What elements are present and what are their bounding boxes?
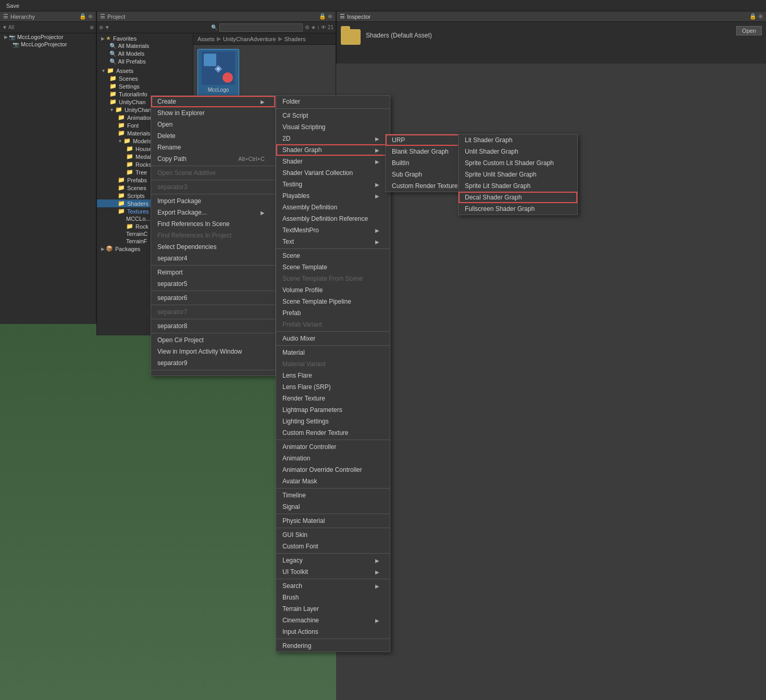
menu2-csharp[interactable]: C# Script [276,110,390,121]
menu4-sprite-unlit[interactable]: Sprite Unlit Shader Graph [459,169,577,180]
menu2-ui-toolkit[interactable]: UI Toolkit ▶ [276,566,390,578]
menu2-2d[interactable]: 2D ▶ [276,133,390,144]
menu2-brush[interactable]: Brush [276,592,390,603]
menu2-legacy[interactable]: Legacy ▶ [276,555,390,566]
menu-item-rename[interactable]: Rename [151,142,275,153]
menu-item-show-explorer[interactable]: Show in Explorer [151,107,275,119]
menu2-shader[interactable]: Shader ▶ [276,156,390,167]
menu-item-find-refs-project[interactable]: Select Dependencies [151,241,275,253]
separator-m2-8 [276,528,390,528]
hierarchy-panel: ☰ Hierarchy 🔒 ⊕ ▼ All ⊕ ▶ 📷 MccLogoProje… [0,11,96,324]
save-button[interactable]: Save [2,2,23,9]
separator-1 [151,166,275,166]
project-search-input[interactable] [219,23,303,32]
menu-item-export-package[interactable]: Find References In Scene [151,218,275,230]
menu2-render-texture[interactable]: Render Texture [276,393,390,404]
menu2-input-actions[interactable]: Input Actions [276,626,390,638]
menu2-textmeshpro[interactable]: TextMeshPro ▶ [276,224,390,236]
menu2-assembly-def-ref[interactable]: Assembly Definition Reference [276,213,390,224]
menu2-scene-template-pipeline[interactable]: Scene Template Pipeline [276,296,390,307]
menu2-lens-flare[interactable]: Lens Flare [276,370,390,381]
settings-item[interactable]: 📁Settings [97,82,193,90]
scenes-item[interactable]: 📁Scenes [97,74,193,82]
menu2-scene[interactable]: Scene [276,250,390,261]
asset-item-mccllogo[interactable]: ◈ MccLogo [197,49,239,96]
menu2-text[interactable]: Text ▶ [276,236,390,247]
menu-item-open[interactable]: Open [151,119,275,130]
breadcrumb-part-3: Shaders [285,36,306,42]
menu-item-reimport-all[interactable]: separator6 [151,292,275,304]
menu-item-reimport[interactable]: separator5 [151,278,275,290]
separator-m2-11 [276,639,390,639]
top-bar: Save [0,0,766,11]
menu2-search[interactable]: Search ▶ [276,580,390,592]
menu2-avatar-mask[interactable]: Avatar Mask [276,476,390,487]
menu-item-find-refs-scene: Find References In Project [151,230,275,241]
favorites-all-materials[interactable]: 🔍 All Materials [97,42,193,50]
menu2-gui-skin[interactable]: GUI Skin [276,529,390,541]
separator-m2-9 [276,553,390,554]
menu-item-select-deps[interactable]: separator4 [151,253,275,264]
menu2-folder[interactable]: Folder [276,96,390,107]
inspector-open-btn[interactable]: Open [736,26,762,35]
menu2-material-variant: Material Variant [276,358,390,370]
inspector-asset-name: Shaders (Default Asset) [366,32,432,39]
favorites-all-models[interactable]: 🔍 All Models [97,50,193,58]
menu2-scene-template[interactable]: Scene Template [276,261,390,273]
menu-item-view-import-activity[interactable]: separator9 [151,357,275,369]
inspector-content: Shaders (Default Asset) Open [337,22,766,49]
assets-root[interactable]: ▼ 📁 Assets [97,67,193,74]
menu2-lens-flare-srp[interactable]: Lens Flare (SRP) [276,381,390,393]
menu2-animator-override[interactable]: Animator Override Controller [276,464,390,476]
hierarchy-item-2[interactable]: 📷 MccLogoProjector [0,41,96,48]
menu2-custom-render-tex[interactable]: Custom Render Texture [276,427,390,439]
menu2-assembly-def[interactable]: Assembly Definition [276,202,390,213]
separator-4 [151,265,275,266]
menu2-testing[interactable]: Testing ▶ [276,179,390,190]
menu-item-open-csharp[interactable]: View in Import Activity Window [151,346,275,357]
menu-item-import-new-asset[interactable]: Import Package [151,195,275,207]
context-menu-urp: Lit Shader Graph Unlit Shader Graph Spri… [458,134,578,215]
menu2-timeline[interactable]: Timeline [276,490,390,501]
separator-m2-7 [276,514,390,514]
menu2-lighting-settings[interactable]: Lighting Settings [276,416,390,427]
menu2-volume-profile[interactable]: Volume Profile [276,284,390,296]
menu4-unlit[interactable]: Unlit Shader Graph [459,146,577,157]
hierarchy-item-1[interactable]: ▶ 📷 MccLogoProjector [0,33,96,41]
asset-label-mccllogo: MccLogo [208,87,229,93]
favorites-all-prefabs[interactable]: 🔍 All Prefabs [97,58,193,66]
menu2-signal[interactable]: Signal [276,501,390,512]
menu2-animator-ctrl[interactable]: Animator Controller [276,441,390,453]
menu2-visual-scripting[interactable]: Visual Scripting [276,121,390,133]
menu-item-view-package-mgr: separator3 [151,181,275,193]
menu-item-properties[interactable] [151,371,275,376]
menu-item-generate-lighting[interactable]: Open C# Project [151,334,275,346]
menu4-lit[interactable]: Lit Shader Graph [459,134,577,146]
menu2-terrain-layer[interactable]: Terrain Layer [276,603,390,615]
menu2-audio-mixer[interactable]: Audio Mixer [276,333,390,344]
menu2-cinemachine[interactable]: Cinemachine ▶ [276,615,390,626]
menu-item-import-package[interactable]: Export Package... ▶ [151,207,275,218]
menu2-animation[interactable]: Animation [276,453,390,464]
menu2-lightmap-params[interactable]: Lightmap Parameters [276,404,390,416]
menu2-shader-variant[interactable]: Shader Variant Collection [276,167,390,179]
menu4-fullscreen[interactable]: Fullscreen Shader Graph [459,203,577,215]
favorites-header[interactable]: ▶ ★ Favorites [97,34,193,42]
menu-item-update-uxml[interactable]: separator8 [151,320,275,332]
menu4-sprite-custom-lit[interactable]: Sprite Custom Lit Shader Graph [459,157,577,169]
menu2-physic-material[interactable]: Physic Material [276,515,390,527]
menu-item-copy-path[interactable]: Copy Path Alt+Ctrl+C [151,153,275,165]
menu4-sprite-lit[interactable]: Sprite Lit Shader Graph [459,180,577,192]
menu-item-delete[interactable]: Delete [151,130,275,142]
menu2-prefab[interactable]: Prefab [276,307,390,319]
menu-item-create[interactable]: Create ▶ [151,96,275,107]
menu2-rendering[interactable]: Rendering [276,640,390,652]
menu-item-refresh[interactable]: Reimport [151,267,275,278]
breadcrumb: Assets ▶ UnityChanAdventure ▶ Shaders [193,33,336,45]
separator-7 [151,319,275,319]
menu2-playables[interactable]: Playables ▶ [276,190,390,202]
menu2-custom-font[interactable]: Custom Font [276,541,390,552]
menu2-shader-graph[interactable]: Shader Graph ▶ [276,144,390,156]
menu2-material[interactable]: Material [276,347,390,358]
menu4-decal[interactable]: Decal Shader Graph [459,192,577,203]
